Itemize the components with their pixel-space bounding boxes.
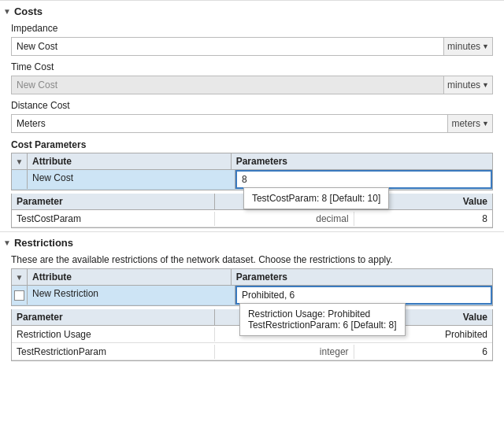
cost-sub-type: decimal bbox=[215, 212, 354, 226]
impedance-unit[interactable]: minutes ▼ bbox=[443, 38, 492, 55]
time-cost-dropdown: New Cost minutes ▼ bbox=[11, 76, 493, 94]
checkbox-icon bbox=[14, 290, 24, 301]
restr-sub-param: Restriction Usage bbox=[12, 327, 215, 342]
restr-param-tooltip: Restriction Usage: Prohibited TestRestri… bbox=[239, 303, 406, 336]
restrictions-chevron-icon: ▼ bbox=[3, 238, 11, 247]
restr-row-parameters[interactable]: Prohibited, 6 Restriction Usage: Prohibi… bbox=[235, 286, 492, 305]
restr-sub-type: integer bbox=[215, 345, 354, 359]
restr-sub-param: TestRestrictionParam bbox=[12, 345, 215, 359]
restr-sub-value: 6 bbox=[354, 345, 492, 359]
time-cost-arrow-icon: ▼ bbox=[482, 81, 489, 89]
cost-params-table: ▼ Attribute Parameters New Cost 8 TestCo… bbox=[11, 153, 493, 190]
distance-cost-label: Distance Cost bbox=[0, 98, 504, 113]
restr-col-attribute: Attribute bbox=[28, 269, 232, 285]
impedance-label: Impedance bbox=[0, 20, 504, 35]
restr-col-parameters: Parameters bbox=[232, 269, 492, 285]
costs-chevron-icon: ▼ bbox=[3, 7, 11, 16]
cost-col-parameters: Parameters bbox=[232, 153, 492, 169]
restr-sort-icon: ▼ bbox=[12, 269, 28, 285]
distance-cost-arrow-icon: ▼ bbox=[482, 120, 489, 127]
restr-sub-col-parameter: Parameter bbox=[12, 309, 215, 325]
impedance-arrow-icon: ▼ bbox=[482, 42, 489, 50]
restrictions-table-header: ▼ Attribute Parameters bbox=[12, 269, 492, 286]
cost-param-input[interactable]: 8 bbox=[235, 170, 492, 189]
restrictions-description: These are the available restrictions of … bbox=[0, 252, 504, 268]
restrictions-section: ▼ Restrictions These are the available r… bbox=[0, 231, 504, 361]
restr-row-attribute: New Restriction bbox=[28, 286, 235, 305]
restr-data-row[interactable]: New Restriction Prohibited, 6 Restrictio… bbox=[12, 286, 492, 305]
cost-param-tooltip: TestCostParam: 8 [Default: 10] bbox=[243, 187, 389, 209]
costs-section: ▼ Costs Impedance New Cost minutes ▼ Tim… bbox=[0, 0, 504, 228]
cost-col-attribute: Attribute bbox=[28, 153, 232, 169]
distance-cost-unit[interactable]: meters ▼ bbox=[447, 115, 492, 132]
time-cost-label: Time Cost bbox=[0, 59, 504, 74]
cost-sub-param: TestCostParam bbox=[12, 212, 215, 226]
cost-sub-data-row: TestCostParam decimal 8 bbox=[12, 210, 492, 227]
cost-row-parameters[interactable]: 8 TestCostParam: 8 [Default: 10] bbox=[235, 170, 492, 189]
impedance-dropdown[interactable]: New Cost minutes ▼ bbox=[11, 37, 493, 56]
cost-row-sort bbox=[12, 170, 28, 189]
restr-row-checkbox[interactable] bbox=[12, 286, 28, 305]
distance-cost-value: Meters bbox=[12, 118, 447, 129]
restr-sub-data-row: TestRestrictionParam integer 6 bbox=[12, 343, 492, 360]
restrictions-section-header[interactable]: ▼ Restrictions bbox=[0, 231, 504, 252]
cost-params-table-header: ▼ Attribute Parameters bbox=[12, 153, 492, 170]
restrictions-table: ▼ Attribute Parameters New Restriction P… bbox=[11, 268, 493, 306]
time-cost-value: New Cost bbox=[12, 79, 443, 91]
impedance-value: New Cost bbox=[12, 41, 443, 52]
costs-section-header[interactable]: ▼ Costs bbox=[0, 0, 504, 20]
time-cost-unit: minutes ▼ bbox=[443, 76, 492, 94]
costs-section-title: Costs bbox=[14, 6, 43, 17]
distance-cost-dropdown[interactable]: Meters meters ▼ bbox=[11, 114, 493, 133]
cost-sub-col-parameter: Parameter bbox=[12, 194, 215, 209]
cost-params-data-row[interactable]: New Cost 8 TestCostParam: 8 [Default: 10… bbox=[12, 170, 492, 190]
cost-sub-value: 8 bbox=[354, 212, 492, 226]
cost-row-attribute: New Cost bbox=[28, 170, 235, 189]
cost-sort-icon: ▼ bbox=[12, 153, 28, 169]
cost-parameters-label: Cost Parameters bbox=[0, 136, 504, 153]
restrictions-section-title: Restrictions bbox=[14, 237, 73, 249]
restr-param-input[interactable]: Prohibited, 6 bbox=[235, 286, 492, 305]
